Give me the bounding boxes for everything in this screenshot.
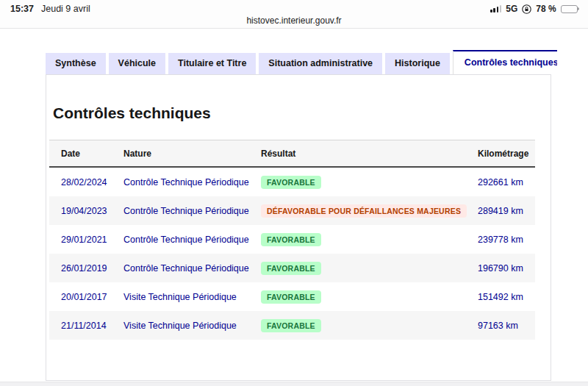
result-badge: FAVORABLE (261, 233, 321, 246)
url-field[interactable]: histovec.interieur.gouv.fr (0, 15, 588, 26)
tab-bar: Synthèse Véhicule Titulaire et Titre Sit… (46, 45, 557, 74)
cell-date: 21/11/2014 (49, 321, 112, 331)
cell-nature: Visite Technique Périodique (112, 321, 249, 331)
table-row: 20/01/2017 Visite Technique Périodique F… (49, 282, 535, 311)
tab-controles-techniques[interactable]: Contrôles techniques (453, 50, 557, 74)
column-header-result: Résultat (249, 149, 466, 159)
cell-nature: Contrôle Technique Périodique (112, 206, 249, 216)
result-badge: FAVORABLE (261, 176, 321, 189)
status-right: 5G 78 % (490, 4, 579, 14)
result-badge: FAVORABLE (261, 290, 321, 304)
cell-date: 29/01/2021 (49, 235, 112, 245)
cell-nature: Contrôle Technique Périodique (112, 235, 249, 245)
browser-chrome: 15:37 Jeudi 9 avril histovec.interieur.g… (0, 0, 588, 29)
cellular-signal-icon (490, 5, 501, 12)
battery-icon (561, 5, 579, 13)
tab-vehicule[interactable]: Véhicule (109, 53, 165, 74)
clock: 15:37 (10, 4, 34, 14)
cell-date: 20/01/2017 (49, 292, 112, 302)
cell-nature: Contrôle Technique Périodique (112, 177, 249, 187)
cell-km: 196790 km (466, 263, 535, 274)
cell-km: 239778 km (466, 235, 535, 245)
result-badge: FAVORABLE (261, 262, 321, 275)
cell-nature: Contrôle Technique Périodique (112, 263, 249, 274)
status-left: 15:37 Jeudi 9 avril (10, 4, 90, 14)
cell-km: 292661 km (466, 177, 535, 187)
tab-panel-controles-techniques: Contrôles techniques Date Nature Résulta… (46, 74, 551, 381)
result-badge: FAVORABLE (261, 319, 321, 332)
column-header-nature: Nature (112, 149, 249, 159)
tab-historique[interactable]: Historique (385, 53, 450, 74)
cell-km: 97163 km (466, 321, 535, 331)
cell-date: 26/01/2019 (49, 263, 112, 274)
result-badge: DÉFAVORABLE POUR DÉFAILLANCES MAJEURES (261, 204, 467, 218)
cell-nature: Visite Technique Périodique (112, 292, 249, 302)
network-label: 5G (506, 4, 517, 14)
cell-km: 151492 km (466, 292, 535, 302)
table-row: 21/11/2014 Visite Technique Périodique F… (49, 311, 535, 340)
inspections-table: Date Nature Résultat Kilométrage 28/02/2… (49, 140, 535, 340)
table-row: 26/01/2019 Contrôle Technique Périodique… (49, 254, 535, 282)
page-title: Contrôles techniques (53, 104, 551, 122)
cell-date: 19/04/2023 (49, 206, 112, 216)
date-label: Jeudi 9 avril (41, 4, 90, 14)
tab-titulaire-et-titre[interactable]: Titulaire et Titre (168, 53, 256, 74)
tab-situation-administrative[interactable]: Situation administrative (259, 53, 382, 74)
cell-km: 289419 km (466, 206, 535, 216)
cell-date: 28/02/2024 (49, 177, 112, 187)
column-header-date: Date (49, 149, 112, 159)
table-header-row: Date Nature Résultat Kilométrage (49, 140, 535, 168)
column-header-km: Kilométrage (466, 149, 535, 159)
table-row: 28/02/2024 Contrôle Technique Périodique… (49, 168, 535, 196)
orientation-lock-icon (522, 4, 531, 14)
tab-synthese[interactable]: Synthèse (46, 53, 106, 74)
table-row: 29/01/2021 Contrôle Technique Périodique… (49, 225, 535, 254)
battery-percent: 78 % (536, 4, 556, 14)
table-row: 19/04/2023 Contrôle Technique Périodique… (49, 196, 535, 225)
page-bottom-strip (0, 382, 588, 386)
